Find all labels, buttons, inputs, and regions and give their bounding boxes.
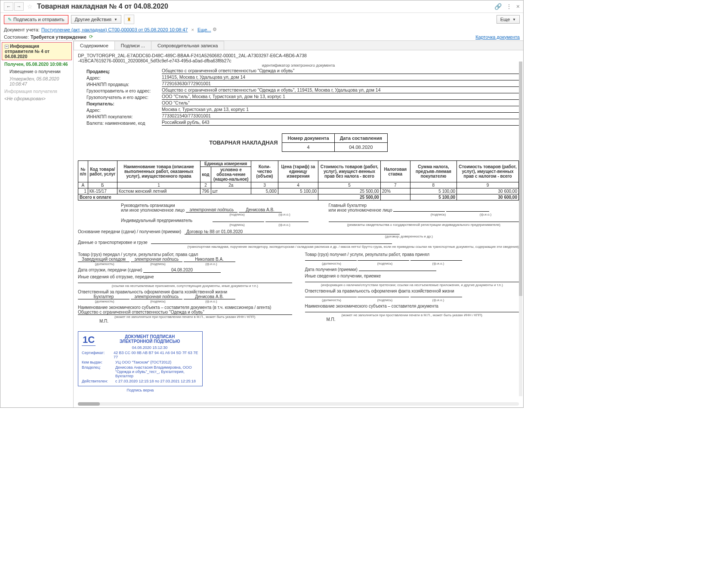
accounting-doc-label: Документ учета: xyxy=(4,27,40,32)
other-actions-button[interactable]: Другие действия ▼ xyxy=(71,15,121,24)
tab-cover-note[interactable]: Сопроводительная записка xyxy=(151,41,224,50)
doc-id-line2: -41BCA7619276-00001_20200804_5df3c9ef-e7… xyxy=(78,58,519,63)
status-label: Состояние: xyxy=(4,34,29,40)
link-icon[interactable]: 🔗 xyxy=(494,3,502,10)
items-table: № п/п Код товара/ работ, услуг Наименова… xyxy=(78,160,519,200)
document-card-link[interactable]: Карточка документа xyxy=(475,34,520,40)
signature-stamp: 1С ДОКУМЕНТ ПОДПИСАН ЭЛЕКТРОННОЙ ПОДПИСЬ… xyxy=(78,331,203,386)
stamp-logo-icon: 1С xyxy=(82,334,96,346)
sidebar-recipient-info: Информация получателя xyxy=(2,88,72,95)
chevron-down-icon: ▼ xyxy=(512,18,516,22)
tab-signatures[interactable]: Подписи ... xyxy=(114,41,151,50)
table-row: 1КК-15/17Костюм женский летний 796шт5,00… xyxy=(78,188,519,194)
document-view: DP_TOVTORGPR_2AL-E7ADDC60-D48C-489C-BBAA… xyxy=(74,50,523,401)
scroll-thumb[interactable] xyxy=(78,402,100,406)
scroll-thumb[interactable] xyxy=(519,62,522,296)
clear-doc-link[interactable]: × xyxy=(191,27,194,32)
horizontal-scrollbar[interactable] xyxy=(78,402,519,406)
close-button[interactable]: × xyxy=(516,3,520,10)
hierarchy-icon: ♜ xyxy=(127,17,131,22)
forward-button[interactable]: → xyxy=(14,2,24,11)
window-title: Товарная накладная № 4 от 04.08.2020 xyxy=(37,3,490,10)
doc-number-date-table: Номер документаДата составления 404.08.2… xyxy=(282,133,387,152)
gear-icon[interactable]: ⚙ xyxy=(213,27,217,32)
status-value: Требуется утверждение xyxy=(31,34,86,40)
accounting-doc-link[interactable]: Поступление (акт, накладная) СТ00-000003… xyxy=(41,27,188,32)
chevron-down-icon: ▼ xyxy=(114,18,117,22)
refresh-icon[interactable]: ⟳ xyxy=(89,34,93,40)
sidebar-receipt-notice[interactable]: Извещение о получении xyxy=(2,68,72,75)
document-type-heading: ТОВАРНАЯ НАКЛАДНАЯ xyxy=(209,139,278,146)
sidebar-not-formed: <Не сформирован> xyxy=(2,95,72,102)
doc-id-line1: DP_TOVTORGPR_2AL-E7ADDC60-D48C-489C-BBAA… xyxy=(78,53,519,58)
sidebar: −Информация отправителя № 4 от 04.08.202… xyxy=(0,41,74,407)
sidebar-received-status: Получен, 05.08.2020 10:08:46 xyxy=(2,61,72,68)
sidebar-sender-info[interactable]: −Информация отправителя № 4 от 04.08.202… xyxy=(2,42,72,60)
doc-id-caption: идентификатор электронного документа xyxy=(78,63,519,68)
stamp-valid-caption: Подпись верна xyxy=(78,388,203,392)
favorite-star-icon[interactable]: ☆ xyxy=(27,3,33,10)
sign-and-send-button[interactable]: ✎ Подписать и отправить xyxy=(4,15,68,24)
more-docs-link[interactable]: Еще... xyxy=(197,27,211,32)
sign-icon: ✎ xyxy=(8,17,12,22)
back-button[interactable]: ← xyxy=(4,2,13,11)
menu-dots-icon[interactable]: ⋮ xyxy=(506,3,512,10)
sidebar-approved-status: Утвержден, 05.08.2020 10:08:47 xyxy=(2,75,72,87)
collapse-icon[interactable]: − xyxy=(5,45,9,49)
structure-button[interactable]: ♜ xyxy=(124,15,134,24)
tab-content[interactable]: Содержимое xyxy=(74,41,115,50)
more-button[interactable]: Еще ▼ xyxy=(497,15,520,24)
table-total-row: Всего к оплате 25 500,00 5 100,0030 600,… xyxy=(78,194,519,200)
vertical-scrollbar[interactable] xyxy=(519,62,522,396)
